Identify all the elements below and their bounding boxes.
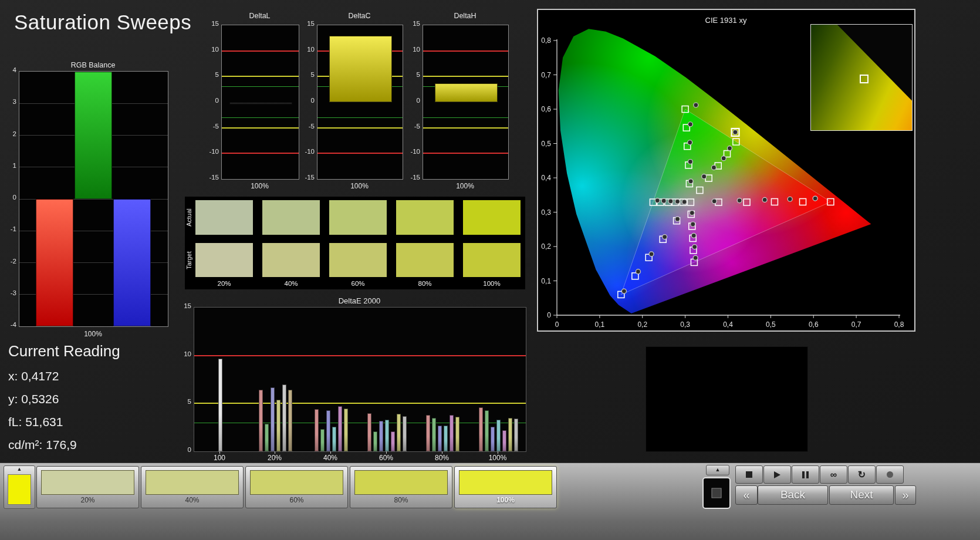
gamut-zoom-panel [810,24,913,131]
x-axis-tick-label: 0,3 [680,320,690,329]
rgb-bar-red [36,199,73,326]
deltae-bar [514,419,518,451]
deltae-bar [485,410,489,451]
y-axis-tick-label: -5 [204,123,219,130]
y-axis-tick-label: 3 [5,98,16,105]
saturation-patch-20%[interactable]: 20% [36,466,139,508]
reading-y: y: 0,5326 [8,392,120,406]
back-button[interactable]: Back [758,485,828,505]
saturation-patch-80%[interactable]: 80% [350,466,452,508]
x-axis-group-label: 80% [424,454,459,462]
deltae2000-chart: DeltaE 2000 15105010020%40%60%80%100% [176,296,535,468]
delta-l-title: DeltaL [221,12,298,20]
play-icon [774,471,780,478]
measured-dot-marker [712,199,717,204]
y-axis-tick-label: -15 [405,174,420,181]
reading-x: x: 0,4172 [8,369,120,383]
y-axis-tick-label: 10 [299,46,315,53]
y-axis-tick-label: 5 [299,71,315,78]
threshold-line [423,76,508,77]
measured-dot-marker [688,179,693,184]
x-axis-group-label: 100 [202,454,237,462]
patch-label: 80% [350,496,452,504]
collapse-arrow-icon[interactable]: ▲ [4,466,35,472]
y-axis-tick-label: 1 [5,162,16,169]
deltae-bar [320,429,325,451]
video-preview-window [646,346,808,452]
patch-window-button[interactable] [702,477,731,509]
deltae-bar [508,418,512,451]
transport-infinity-button[interactable]: ∞ [820,465,847,484]
transport-pause-button[interactable] [792,465,819,484]
current-patch-panel: ▲ [4,465,35,509]
patch-swatch [250,470,343,495]
measured-dot-marker [737,198,742,203]
saturation-patch-100%[interactable]: 100% [454,466,557,508]
y-axis-tick-label: 10 [177,350,191,357]
x-axis-tick-label: 0,2 [637,320,647,329]
swatch-column-label: 80% [396,280,454,287]
back-chevron-icon[interactable]: « [735,485,758,505]
measured-dot-marker [694,103,698,107]
saturation-patch-60%[interactable]: 60% [245,466,348,508]
deltae-bar [379,421,383,451]
next-chevron-icon[interactable]: » [895,485,916,505]
deltae-bar [397,414,401,451]
infinity-icon: ∞ [830,470,837,480]
current-patch-swatch [8,474,31,505]
deltae-bar [450,415,454,451]
transport-refresh-button[interactable]: ↻ [848,465,876,484]
threshold-line [194,403,526,404]
deltae-bar [271,387,275,451]
deltae-bar [218,359,222,451]
threshold-line [222,127,299,129]
patch-window-icon [712,488,722,498]
deltae-bar [282,384,286,451]
measured-dot-marker [702,174,707,179]
x-axis-tick [498,451,498,454]
threshold-line [423,153,508,154]
deltae-bar [288,390,292,451]
record-icon [887,471,893,478]
y-axis-tick-label: 2 [5,130,16,137]
x-axis-tick [219,451,220,454]
measured-dot-marker [762,197,767,202]
cie-title: CIE 1931 xy [705,16,747,25]
y-axis-tick-label: -5 [405,123,420,130]
saturation-patch-40%[interactable]: 40% [141,466,244,508]
x-axis-tick-label: 0,4 [723,320,733,329]
measured-dot-marker [688,160,692,164]
rgb-balance-title: RGB Balance [19,61,167,69]
reading-fl: fL: 51,631 [8,415,120,429]
delta-h-plot [423,25,509,180]
delta-bar [229,102,292,104]
transport-stop-button[interactable] [735,465,763,484]
measured-dot-marker [663,235,667,239]
transport-play-button[interactable] [763,465,791,484]
deltae-bar [391,431,395,451]
x-axis-group-label: 20% [257,454,292,462]
swatch-column-label: 100% [463,280,521,287]
patch-label: 40% [141,496,243,504]
delta-bar [435,83,498,102]
y-axis-tick-label: -15 [299,174,315,181]
y-axis-tick-label: 0,4 [541,174,551,182]
x-axis-tick-label: 0,6 [809,320,819,329]
y-axis-tick-label: 0 [204,97,219,104]
delta-c-title: DeltaC [317,12,402,20]
deltae2000-plot [194,307,526,452]
threshold-line [194,355,526,356]
swatch-column-label: 20% [195,280,253,287]
y-axis-tick-label: -5 [299,123,315,130]
deltae-bar [276,400,281,451]
threshold-line [222,153,299,154]
measured-dot-marker [691,222,695,227]
y-axis-tick-label: 0,2 [541,242,551,251]
next-button[interactable]: Next [829,485,894,505]
expand-arrow-icon[interactable]: ▲ [706,465,729,475]
deltae-bar [326,410,330,451]
deltae-bar [373,431,377,451]
transport-record-button[interactable] [876,465,904,484]
swatch-column-label: 60% [329,280,387,287]
patch-swatch [146,470,239,495]
